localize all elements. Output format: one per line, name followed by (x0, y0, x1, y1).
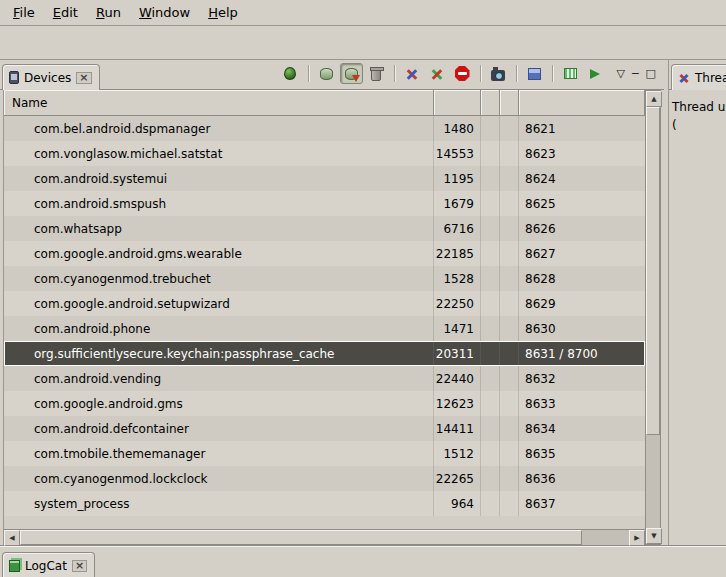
cell-spacer-2 (500, 266, 519, 291)
process-pid: 1679 (434, 191, 481, 216)
tab-logcat[interactable]: LogCat × (2, 552, 95, 577)
start-method-profiling-icon[interactable] (426, 63, 449, 84)
menu-file[interactable]: File (4, 1, 44, 24)
cell-spacer-2 (500, 216, 519, 241)
screen-capture-icon (491, 70, 505, 81)
horizontal-scrollbar-thumb[interactable] (20, 530, 582, 545)
table-row[interactable]: com.android.phone 1471 8630 (4, 316, 645, 341)
table-row[interactable]: com.google.android.gms.wearable 22185 86… (4, 241, 645, 266)
menu-window[interactable]: Window (130, 1, 199, 24)
devices-toolbar (279, 63, 607, 89)
update-threads-icon (405, 67, 419, 81)
tab-threads[interactable]: Threads (671, 64, 726, 90)
view-menu-icon[interactable]: ▽ (617, 67, 625, 80)
table-row[interactable]: org.sufficientlysecure.keychain:passphra… (4, 341, 645, 366)
menu-help[interactable]: Help (199, 1, 247, 24)
update-heap-icon[interactable] (315, 63, 338, 84)
column-header-name[interactable]: Name (4, 90, 434, 116)
table-row[interactable]: com.cyanogenmod.lockclock 22265 8636 (4, 466, 645, 491)
table-row[interactable]: com.google.android.setupwizard 22250 862… (4, 291, 645, 316)
main-toolbar-strip (0, 26, 726, 60)
cell-spacer-1 (481, 291, 500, 316)
cell-spacer-1 (481, 391, 500, 416)
scroll-right-icon[interactable]: ▶ (629, 530, 645, 546)
process-pid: 22440 (434, 366, 481, 391)
vertical-scrollbar[interactable]: ▲ ▼ (645, 90, 661, 545)
dump-hprof-icon[interactable] (340, 63, 363, 84)
close-icon[interactable]: × (72, 560, 87, 572)
process-pid: 1480 (434, 116, 481, 141)
process-port: 8629 (519, 291, 645, 316)
table-row[interactable]: com.whatsapp 6716 8626 (4, 216, 645, 241)
process-name: com.bel.android.dspmanager (4, 116, 434, 141)
debug-process-icon[interactable] (279, 63, 302, 84)
table-row[interactable]: system_process 964 8637 (4, 491, 645, 516)
toolbar-separator (516, 65, 517, 82)
table-row[interactable]: com.google.android.gms 12623 8633 (4, 391, 645, 416)
table-header: Name (4, 90, 645, 116)
cause-gc-icon[interactable] (365, 63, 388, 84)
process-name: system_process (4, 491, 434, 516)
process-port: 8621 (519, 116, 645, 141)
threads-message: Thread up ( (669, 90, 726, 142)
table-row[interactable]: com.android.smspush 1679 8625 (4, 191, 645, 216)
process-port: 8627 (519, 241, 645, 266)
table-row[interactable]: com.android.vending 22440 8632 (4, 366, 645, 391)
update-threads-icon[interactable] (401, 63, 424, 84)
vertical-scrollbar-track[interactable] (646, 435, 660, 528)
horizontal-scrollbar-track[interactable] (582, 530, 629, 545)
minimize-view-icon[interactable]: ─ (632, 67, 639, 80)
tab-devices[interactable]: Devices × (2, 64, 100, 90)
dump-view-hierarchy-icon[interactable] (523, 63, 546, 84)
menu-edit[interactable]: Edit (44, 1, 87, 24)
table-row[interactable]: com.tmobile.thememanager 1512 8635 (4, 441, 645, 466)
cause-gc-icon (371, 70, 381, 81)
cell-spacer-1 (481, 316, 500, 341)
logcat-icon (9, 560, 20, 572)
process-name: com.google.android.gms (4, 391, 434, 416)
process-pid: 1195 (434, 166, 481, 191)
table-row[interactable]: com.vonglasow.michael.satstat 14553 8623 (4, 141, 645, 166)
cell-spacer-1 (481, 141, 500, 166)
screen-capture-icon[interactable] (487, 63, 510, 84)
maximize-view-icon[interactable]: □ (646, 67, 656, 80)
vertical-scrollbar-thumb[interactable] (646, 107, 660, 435)
cell-spacer-1 (481, 216, 500, 241)
table-row[interactable]: com.bel.android.dspmanager 1480 8621 (4, 116, 645, 141)
process-name: com.google.android.setupwizard (4, 291, 434, 316)
process-port: 8630 (519, 316, 645, 341)
threads-message-line-1: Thread up (672, 98, 723, 116)
process-port: 8625 (519, 191, 645, 216)
process-name: org.sufficientlysecure.keychain:passphra… (4, 341, 434, 366)
cell-spacer-2 (500, 366, 519, 391)
capture-system-trace-icon[interactable] (559, 63, 582, 84)
cell-spacer-2 (500, 466, 519, 491)
column-header-spacer-1 (481, 90, 500, 116)
process-port: 8623 (519, 141, 645, 166)
cell-spacer-2 (500, 341, 519, 366)
menu-bar: File Edit Run Window Help (0, 0, 726, 26)
cell-spacer-2 (500, 441, 519, 466)
capture-system-trace-icon (564, 68, 577, 79)
process-pid: 964 (434, 491, 481, 516)
process-port: 8635 (519, 441, 645, 466)
close-icon[interactable]: × (76, 72, 91, 84)
horizontal-scrollbar[interactable]: ◀ ▶ (4, 529, 645, 545)
table-row[interactable]: com.android.defcontainer 14411 8634 (4, 416, 645, 441)
scroll-left-icon[interactable]: ◀ (4, 530, 20, 546)
table-row[interactable]: com.android.systemui 1195 8624 (4, 166, 645, 191)
devices-table: Name com.bel.android.dspmanager 1480 862… (0, 90, 664, 545)
scroll-down-icon[interactable]: ▼ (646, 528, 662, 544)
column-header-port[interactable] (519, 90, 645, 116)
toolbar-separator (394, 65, 395, 82)
scroll-up-icon[interactable]: ▲ (646, 91, 662, 107)
table-row[interactable]: com.cyanogenmod.trebuchet 1528 8628 (4, 266, 645, 291)
stop-process-icon[interactable] (451, 63, 474, 84)
start-opengl-trace-icon[interactable] (584, 63, 607, 84)
process-name: com.whatsapp (4, 216, 434, 241)
process-port: 8633 (519, 391, 645, 416)
table-filler (4, 516, 645, 529)
menu-run[interactable]: Run (87, 1, 130, 24)
process-pid: 1528 (434, 266, 481, 291)
column-header-pid[interactable] (434, 90, 481, 116)
